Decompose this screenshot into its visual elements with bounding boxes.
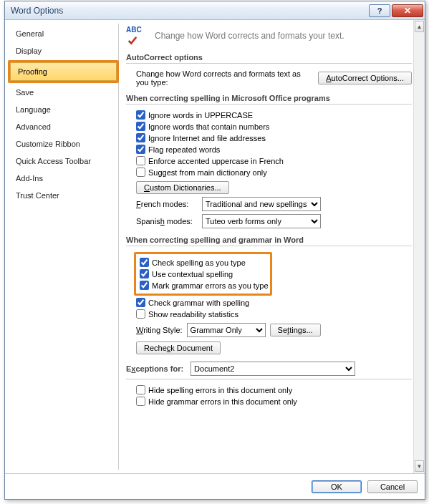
sidebar-item-quick-access-toolbar[interactable]: Quick Access Toolbar xyxy=(9,152,118,170)
content-panel: ▲ ▼ ABC Change how Word corrects and for… xyxy=(119,20,425,473)
word-rest-opt-1[interactable] xyxy=(136,309,145,319)
sidebar-highlight: Proofing xyxy=(8,60,119,83)
office-opt-4[interactable] xyxy=(136,156,145,165)
checkbox-label: Show readability statistics xyxy=(148,310,238,319)
french-modes-label: French modes: xyxy=(136,200,196,208)
ok-button[interactable]: OK xyxy=(312,480,362,493)
office-opt-3[interactable] xyxy=(136,145,145,154)
scrollbar[interactable]: ▲ ▼ xyxy=(413,20,425,473)
checkbox-row: Suggest from main dictionary only xyxy=(136,168,412,177)
help-icon: ? xyxy=(377,6,382,15)
help-button[interactable]: ? xyxy=(369,4,390,17)
word-options-dialog: Word Options ? ✕ General Display Proofin… xyxy=(4,1,425,500)
word-hl-opt-1[interactable] xyxy=(140,269,149,278)
office-opt-2[interactable] xyxy=(136,133,145,142)
checkbox-label: Hide grammar errors in this document onl… xyxy=(148,397,297,406)
checkbox-row: Flag repeated words xyxy=(136,145,412,154)
exceptions-select[interactable]: Document2 xyxy=(191,362,355,376)
checkbox-label: Hide spelling errors in this document on… xyxy=(148,386,292,394)
close-icon: ✕ xyxy=(404,6,411,16)
sidebar-item-customize-ribbon[interactable]: Customize Ribbon xyxy=(9,135,118,152)
checkmark-icon xyxy=(127,36,138,46)
checkbox-row: Ignore Internet and file addresses xyxy=(136,133,412,142)
sidebar-item-trust-center[interactable]: Trust Center xyxy=(9,187,118,204)
checkbox-label: Ignore words in UPPERCASE xyxy=(148,111,253,120)
checkbox-row: Check grammar with spelling xyxy=(136,298,412,307)
checkbox-label: Mark grammar errors as you type xyxy=(152,281,269,290)
highlight-box: Check spelling as you typeUse contextual… xyxy=(134,252,272,296)
checkbox-label: Flag repeated words xyxy=(148,145,220,154)
exception-opt-0[interactable] xyxy=(136,385,145,394)
exceptions-label: Exceptions for: xyxy=(126,364,183,373)
exception-opt-1[interactable] xyxy=(136,397,145,406)
writing-style-label: Writing Style: xyxy=(136,326,183,334)
titlebar: Word Options ? ✕ xyxy=(5,1,425,20)
checkbox-label: Enforce accented uppercase in French xyxy=(148,157,284,165)
section-word-spelling-title: When correcting spelling and grammar in … xyxy=(126,236,412,246)
close-button[interactable]: ✕ xyxy=(392,4,423,17)
checkbox-row: Ignore words that contain numbers xyxy=(136,122,412,131)
dialog-footer: OK Cancel xyxy=(5,473,425,499)
sidebar-item-add-ins[interactable]: Add-Ins xyxy=(9,170,118,187)
checkbox-label: Use contextual spelling xyxy=(152,270,233,278)
word-hl-opt-2[interactable] xyxy=(140,281,149,290)
checkbox-label: Ignore words that contain numbers xyxy=(148,122,269,131)
sidebar-item-general[interactable]: General xyxy=(9,25,118,42)
sidebar-item-save[interactable]: Save xyxy=(9,84,118,101)
autocorrect-options-button[interactable]: AutoCorrect Options... xyxy=(318,72,412,84)
sidebar-item-display[interactable]: Display xyxy=(9,42,118,59)
checkbox-row: Check spelling as you type xyxy=(140,258,269,267)
checkbox-label: Suggest from main dictionary only xyxy=(148,168,267,177)
word-rest-opt-0[interactable] xyxy=(136,298,145,307)
cancel-button[interactable]: Cancel xyxy=(367,480,418,493)
french-modes-select[interactable]: Traditional and new spellings xyxy=(202,197,321,211)
writing-style-select[interactable]: Grammar Only xyxy=(187,323,266,337)
checkbox-label: Check grammar with spelling xyxy=(148,299,249,307)
sidebar-item-advanced[interactable]: Advanced xyxy=(9,118,118,135)
spanish-modes-select[interactable]: Tuteo verb forms only xyxy=(202,214,321,228)
sidebar-item-language[interactable]: Language xyxy=(9,101,118,118)
checkbox-row: Mark grammar errors as you type xyxy=(140,281,269,290)
checkbox-row: Ignore words in UPPERCASE xyxy=(136,110,412,120)
custom-dictionaries-button[interactable]: Custom Dictionaries... xyxy=(136,181,229,194)
sidebar: General Display Proofing Save Language A… xyxy=(9,24,119,470)
checkbox-label: Ignore Internet and file addresses xyxy=(148,134,266,142)
autocorrect-desc: Change how Word corrects and formats tex… xyxy=(136,69,307,87)
window-title: Word Options xyxy=(11,6,369,16)
checkbox-row: Hide grammar errors in this document onl… xyxy=(136,397,412,406)
office-opt-5[interactable] xyxy=(136,168,145,177)
office-opt-1[interactable] xyxy=(136,122,145,131)
checkbox-row: Hide spelling errors in this document on… xyxy=(136,385,412,394)
sidebar-item-proofing[interactable]: Proofing xyxy=(10,62,117,81)
recheck-document-button[interactable]: Recheck Document xyxy=(136,341,221,354)
checkbox-label: Check spelling as you type xyxy=(152,258,246,267)
scroll-up-arrow-icon[interactable]: ▲ xyxy=(415,21,424,32)
checkbox-row: Enforce accented uppercase in French xyxy=(136,156,412,165)
word-hl-opt-0[interactable] xyxy=(140,258,149,267)
spanish-modes-label: Spanish modes: xyxy=(136,217,196,226)
checkbox-row: Use contextual spelling xyxy=(140,269,269,278)
settings-button[interactable]: Settings... xyxy=(270,324,321,336)
office-opt-0[interactable] xyxy=(136,110,145,120)
checkbox-row: Show readability statistics xyxy=(136,309,412,319)
section-office-spelling-title: When correcting spelling in Microsoft Of… xyxy=(126,94,412,105)
proofing-icon: ABC xyxy=(126,26,148,46)
header-text: Change how Word corrects and formats you… xyxy=(155,31,344,41)
scroll-down-arrow-icon[interactable]: ▼ xyxy=(415,460,424,472)
section-autocorrect-title: AutoCorrect options xyxy=(126,53,412,64)
